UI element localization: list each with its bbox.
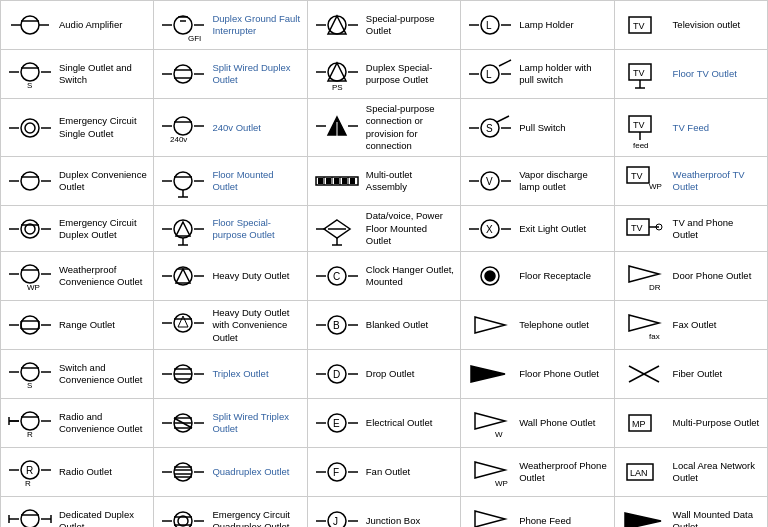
svg-point-200 [174, 463, 192, 481]
label-floor-phone-outlet: Floor Phone Outlet [519, 368, 599, 380]
label-audio-amplifier: Audio Amplifier [59, 19, 122, 31]
svg-text:MP: MP [632, 419, 646, 429]
svg-text:C: C [333, 271, 340, 282]
svg-text:S: S [486, 123, 493, 134]
label-emergency-circuit-single: Emergency Circuit Single Outlet [59, 115, 147, 140]
svg-point-155 [21, 363, 39, 381]
label-split-wired-duplex: Split Wired Duplex Outlet [212, 62, 300, 87]
cell-phone-feed: feed Phone Feed [461, 497, 614, 527]
label-weatherproof-phone: Weatherproof Phone Outlet [519, 460, 607, 485]
symbol-radio-convenience: R [7, 403, 53, 443]
cell-wall-phone-outlet: W Wall Phone Outlet [461, 399, 614, 448]
cell-triplex-outlet: Triplex Outlet [154, 350, 307, 399]
svg-point-132 [485, 271, 495, 281]
symbol-triplex-outlet [160, 356, 206, 392]
symbol-duplex-convenience [7, 163, 53, 199]
label-wall-mounted-data: Wall Mounted Data Outlet [673, 509, 761, 527]
symbol-data-voice-floor [314, 211, 360, 247]
label-lamp-holder-pull: Lamp holder with pull switch [519, 62, 607, 87]
svg-text:L: L [486, 69, 492, 80]
cell-telephone-outlet: Telephone outlet [461, 301, 614, 350]
svg-rect-83 [334, 178, 339, 184]
cell-240v-outlet: 240v 240v Outlet [154, 99, 307, 157]
label-fiber-outlet: Fiber Outlet [673, 368, 723, 380]
label-floor-tv-outlet: Floor TV Outlet [673, 68, 737, 80]
svg-text:B: B [333, 320, 340, 331]
symbol-exit-light-outlet: X [467, 211, 513, 247]
symbol-wall-phone-outlet: W [467, 403, 513, 443]
cell-special-purpose-outlet: Special-purpose Outlet [308, 1, 461, 50]
symbol-fiber-outlet [621, 356, 667, 392]
symbol-phone-feed: feed [467, 501, 513, 527]
symbol-quadruplex-outlet [160, 454, 206, 490]
cell-radio-outlet: R R Radio Outlet [1, 448, 154, 497]
svg-marker-146 [178, 316, 188, 327]
svg-text:PS: PS [332, 83, 343, 92]
cell-weatherproof-convenience: WP Weatherproof Convenience Outlet [1, 252, 154, 301]
svg-marker-101 [176, 222, 190, 236]
svg-text:R: R [26, 465, 33, 476]
cell-split-wired-duplex: Split Wired Duplex Outlet [154, 50, 307, 99]
label-electrical-outlet: Electrical Outlet [366, 417, 433, 429]
label-heavy-duty-convenience: Heavy Duty Outlet with Convenience Outle… [212, 307, 300, 344]
svg-point-71 [174, 172, 192, 190]
label-lan-outlet: Local Area Network Outlet [673, 460, 761, 485]
cell-emergency-circuit-duplex: Emergency Circuit Duplex Outlet [1, 206, 154, 252]
svg-text:W: W [495, 430, 503, 439]
svg-marker-169 [471, 366, 505, 382]
label-fan-outlet: Fan Outlet [366, 466, 410, 478]
label-exit-light-outlet: Exit Light Outlet [519, 223, 586, 235]
svg-text:fax: fax [649, 332, 660, 341]
cell-switch-convenience: S Switch and Convenience Outlet [1, 350, 154, 399]
symbol-weatherproof-convenience: WP [7, 256, 53, 296]
symbol-tv-feed: TV feed [621, 108, 667, 148]
legend-grid: Audio Amplifier GFI Duplex Ground Fault … [0, 0, 768, 527]
cell-lamp-holder-pull: L Lamp holder with pull switch [461, 50, 614, 99]
svg-point-46 [25, 123, 35, 133]
symbol-lan-outlet: LAN [621, 454, 667, 490]
label-special-purpose-connection: Special-purpose connection or provision … [366, 103, 454, 152]
svg-text:TV: TV [631, 223, 643, 233]
svg-point-26 [174, 65, 192, 83]
svg-point-45 [21, 119, 39, 137]
symbol-audio-amplifier [7, 7, 53, 43]
svg-point-136 [21, 316, 39, 334]
label-tv-phone-outlet: TV and Phone Outlet [673, 217, 761, 242]
svg-text:TV: TV [631, 171, 643, 181]
label-radio-outlet: Radio Outlet [59, 466, 112, 478]
symbol-tv-phone-outlet: TV [621, 211, 667, 247]
symbol-switch-convenience: S [7, 354, 53, 394]
label-multi-outlet-assembly: Multi-outlet Assembly [366, 169, 454, 194]
svg-marker-125 [176, 269, 190, 283]
svg-text:R: R [27, 430, 33, 439]
label-split-wired-triplex: Split Wired Triplex Outlet [212, 411, 300, 436]
svg-marker-210 [475, 462, 505, 478]
cell-vapor-discharge: V Vapor discharge lamp outlet [461, 157, 614, 206]
cell-floor-receptacle: Floor Receptacle [461, 252, 614, 301]
symbol-floor-receptacle [467, 258, 513, 294]
svg-text:J: J [333, 516, 338, 527]
label-240v-outlet: 240v Outlet [212, 122, 261, 134]
label-door-phone-outlet: Door Phone Outlet [673, 270, 752, 282]
cell-multi-purpose-outlet: MP Multi-Purpose Outlet [615, 399, 768, 448]
cell-floor-mounted-outlet: Floor Mounted Outlet [154, 157, 307, 206]
symbol-lamp-holder: L [467, 7, 513, 43]
svg-point-67 [21, 172, 39, 190]
label-duplex-ground-fault: Duplex Ground Fault Interrupter [212, 13, 300, 38]
symbol-clock-hanger-outlet: C [314, 258, 360, 294]
cell-heavy-duty-convenience: Heavy Duty Outlet with Convenience Outle… [154, 301, 307, 350]
label-switch-convenience: Switch and Convenience Outlet [59, 362, 147, 387]
svg-text:WP: WP [27, 283, 40, 292]
label-clock-hanger-outlet: Clock Hanger Outlet, Mounted [366, 264, 454, 289]
symbol-special-purpose-outlet [314, 7, 360, 43]
svg-text:WP: WP [649, 182, 662, 191]
symbol-blanked-outlet: B [314, 307, 360, 343]
symbol-wall-mounted-data [621, 503, 667, 527]
symbol-weatherproof-tv: TV WP [621, 161, 667, 201]
label-triplex-outlet: Triplex Outlet [212, 368, 268, 380]
cell-floor-special-purpose: Floor Special-purpose Outlet [154, 206, 307, 252]
svg-point-5 [174, 16, 192, 34]
svg-text:S: S [27, 81, 32, 90]
svg-text:GFI: GFI [188, 34, 201, 43]
label-tv-feed: TV Feed [673, 122, 709, 134]
